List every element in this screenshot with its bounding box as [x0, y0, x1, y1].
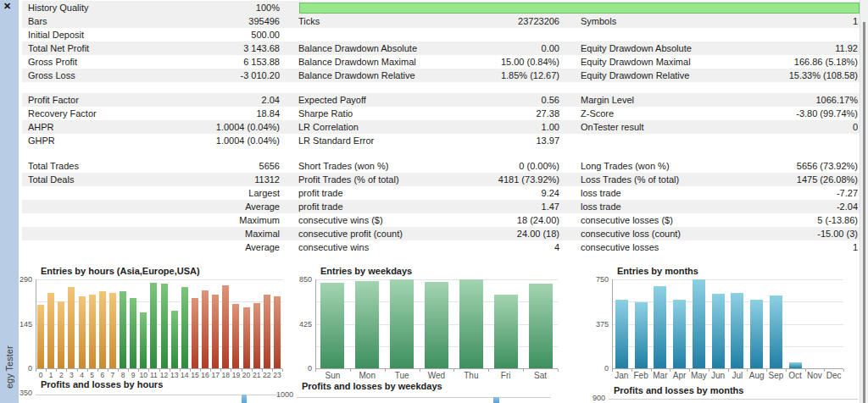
x-axis-tick-label: Sun	[315, 371, 350, 380]
x-axis-tick-label: 6	[97, 371, 108, 379]
x-axis-tick-label: 7	[108, 371, 118, 379]
stat-row: Total Deals11312Profit Trades (% of tota…	[22, 173, 860, 186]
stat-value: 500.00	[119, 28, 280, 41]
bar	[58, 301, 64, 368]
x-axis-line	[315, 368, 558, 369]
scrollbar-thumb[interactable]	[863, 22, 865, 403]
stat-value: 18.84	[119, 107, 280, 120]
bar	[140, 312, 147, 368]
bar	[355, 281, 379, 368]
bar	[232, 304, 239, 368]
stat-value: 6 153.88	[119, 55, 280, 69]
x-axis-tick-label: Fri	[488, 371, 523, 380]
stat-value: 15.33% (108.58)	[670, 69, 858, 82]
bar	[222, 285, 229, 368]
stat-row: AHPR1.0004 (0.04%)LR Correlation1.00OnTe…	[22, 120, 860, 134]
stat-value: 4181 (73.92%)	[381, 173, 559, 186]
x-axis-tick-label: 10	[138, 371, 148, 379]
stat-value: 1.47	[381, 200, 559, 213]
stat-value: 18 (24.00)	[381, 213, 559, 227]
gridline	[36, 279, 282, 280]
bar	[130, 298, 136, 368]
stat-value: Largest	[119, 186, 280, 200]
stat-value: 1.0004 (0.04%)	[119, 120, 280, 134]
x-axis-tick-label: 15	[190, 371, 200, 379]
x-axis-tick-label: 8	[118, 371, 128, 379]
y-axis-tick-label: 0	[3, 364, 32, 373]
stat-row: Maximalconsecutive profit (count)24.00 (…	[22, 227, 860, 240]
stat-row: Total Trades5656Short Trades (won %)0 (0…	[22, 159, 860, 173]
stat-row: Largestprofit trade9.24loss trade-7.27	[22, 186, 860, 200]
x-axis-tick-label: Dec	[824, 371, 843, 380]
bar	[181, 287, 188, 368]
stat-value: 3 143.68	[119, 41, 280, 55]
stat-value: 9.24	[381, 186, 559, 200]
x-axis-tick-label: Wed	[420, 371, 454, 380]
y-axis-tick-label: 350	[3, 389, 32, 397]
stat-value: 395496	[119, 14, 280, 28]
stat-value: 166.86 (5.18%)	[670, 55, 858, 69]
x-axis-tick-label: 12	[159, 371, 170, 379]
x-axis-tick-label: Tue	[385, 371, 420, 380]
close-icon[interactable]: ✕	[3, 1, 11, 12]
stat-value: 23723206	[381, 14, 559, 28]
stat-row: Bars395496Ticks23723206Symbols1	[22, 14, 860, 28]
gridline	[315, 279, 558, 280]
stat-value: 100%	[119, 1, 280, 14]
bar	[161, 284, 168, 368]
x-axis-tick-label: 16	[200, 371, 210, 379]
y-axis-tick-label: 425	[283, 320, 312, 328]
stat-row: Profit Factor2.04Expected Payoff0.56Marg…	[22, 93, 860, 107]
x-axis-tick-label: 21	[252, 371, 262, 379]
bar	[253, 303, 260, 368]
x-axis-tick-label: Nov	[805, 371, 825, 380]
bar	[673, 300, 686, 368]
stat-row: Maximumconsecutive wins ($)18 (24.00)con…	[22, 213, 860, 227]
history-quality-progress-bar	[299, 3, 860, 14]
stat-value: 1066.17%	[670, 93, 858, 107]
y-axis-tick-label: 850	[283, 275, 312, 284]
x-axis-tick-label: Thu	[453, 371, 488, 380]
stat-value: 5 (-13.86)	[670, 213, 858, 227]
stat-value: 1	[670, 240, 858, 254]
x-axis-tick-label: 3	[66, 371, 76, 379]
stat-value: Average	[119, 200, 280, 213]
x-axis-tick-label: 14	[180, 371, 190, 379]
bar	[274, 296, 281, 368]
y-axis-tick-label: 145	[3, 320, 32, 328]
x-axis-tick-label: 23	[272, 371, 282, 379]
x-axis-tick-label: Oct	[786, 371, 805, 380]
x-axis-tick	[843, 369, 844, 372]
stat-value: 0.56	[381, 93, 559, 107]
x-axis-tick-label: 22	[262, 371, 272, 379]
x-axis-tick-label: 9	[128, 371, 138, 379]
y-axis-line	[36, 279, 36, 368]
stat-row: GHPR1.0004 (0.04%)LR Standard Error13.97	[22, 134, 860, 147]
x-axis-tick-label: Apr	[670, 371, 689, 380]
gridline	[297, 397, 551, 398]
chart-title: Profits and losses by months	[614, 385, 743, 395]
x-axis-tick-label: 11	[148, 371, 159, 379]
x-axis-tick-label: 4	[77, 371, 87, 379]
x-axis-tick-label: 2	[56, 371, 66, 379]
vertical-scrollbar[interactable]	[860, 0, 868, 403]
x-axis-tick-label: Mar	[651, 371, 670, 380]
stat-value: 1475 (26.08%)	[670, 173, 858, 186]
y-axis-tick-label: 290	[3, 275, 32, 284]
x-axis-tick-label: 1	[46, 371, 56, 379]
bar	[320, 283, 344, 368]
y-axis-tick-label: 750	[580, 275, 609, 284]
stat-value: -3.80 (99.74%)	[670, 107, 858, 120]
bar	[494, 295, 518, 368]
stat-value: Maximal	[119, 227, 280, 240]
stat-value: -2.04	[670, 200, 858, 213]
x-axis-tick-label: 18	[220, 371, 231, 379]
stat-value: -3 010.20	[119, 69, 280, 82]
y-axis-tick-label: 1000	[264, 390, 293, 399]
stat-value: 2.04	[119, 93, 280, 107]
x-axis-tick-label: May	[689, 371, 709, 380]
strategy-tester-tab[interactable]: ✕ egy Tester	[0, 0, 19, 403]
stat-row: Recovery Factor18.84Sharpe Ratio27.38Z-S…	[22, 107, 860, 120]
bar	[192, 298, 198, 368]
chart-title: Profits and losses by hours	[41, 379, 163, 389]
